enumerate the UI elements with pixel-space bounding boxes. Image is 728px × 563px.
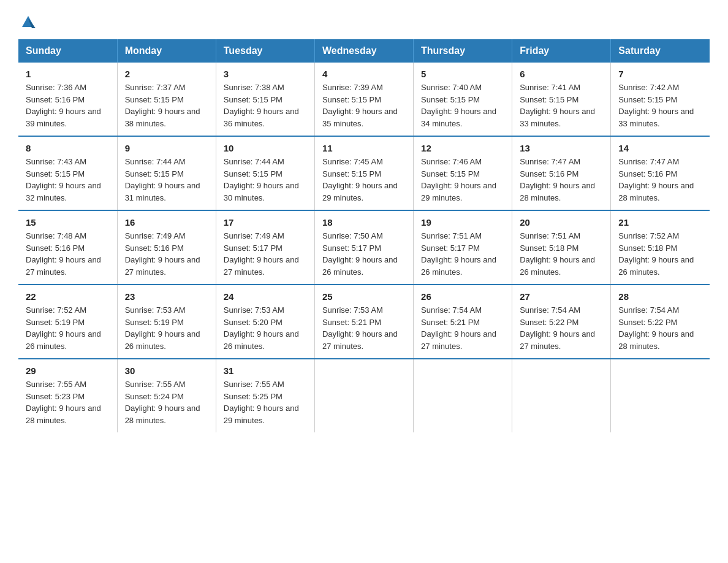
day-number: 13: [520, 143, 603, 153]
calendar-day-header: Friday: [512, 39, 611, 63]
day-number: 2: [125, 69, 208, 79]
day-info: Sunrise: 7:53 AM Sunset: 5:19 PM Dayligh…: [125, 304, 208, 352]
calendar-cell: 9 Sunrise: 7:44 AM Sunset: 5:15 PM Dayli…: [117, 136, 216, 210]
calendar-cell: [314, 359, 413, 432]
day-info: Sunrise: 7:50 AM Sunset: 5:17 PM Dayligh…: [322, 230, 406, 278]
calendar-cell: 16 Sunrise: 7:49 AM Sunset: 5:16 PM Dayl…: [117, 210, 216, 285]
day-info: Sunrise: 7:54 AM Sunset: 5:21 PM Dayligh…: [421, 304, 504, 352]
calendar-cell: 13 Sunrise: 7:47 AM Sunset: 5:16 PM Dayl…: [512, 136, 611, 210]
day-number: 7: [618, 69, 702, 79]
day-info: Sunrise: 7:42 AM Sunset: 5:15 PM Dayligh…: [618, 82, 702, 129]
day-info: Sunrise: 7:49 AM Sunset: 5:16 PM Dayligh…: [125, 230, 208, 278]
calendar-cell: [611, 359, 710, 432]
day-number: 15: [26, 217, 110, 228]
calendar-cell: 22 Sunrise: 7:52 AM Sunset: 5:19 PM Dayl…: [18, 285, 117, 359]
calendar-cell: 19 Sunrise: 7:51 AM Sunset: 5:17 PM Dayl…: [414, 210, 512, 285]
calendar-cell: 6 Sunrise: 7:41 AM Sunset: 5:15 PM Dayli…: [512, 63, 611, 136]
calendar-cell: 10 Sunrise: 7:44 AM Sunset: 5:15 PM Dayl…: [216, 136, 314, 210]
calendar-cell: 26 Sunrise: 7:54 AM Sunset: 5:21 PM Dayl…: [414, 285, 512, 359]
day-info: Sunrise: 7:43 AM Sunset: 5:15 PM Dayligh…: [26, 156, 110, 204]
day-info: Sunrise: 7:55 AM Sunset: 5:24 PM Dayligh…: [125, 378, 208, 426]
day-number: 5: [421, 69, 504, 79]
calendar-cell: 15 Sunrise: 7:48 AM Sunset: 5:16 PM Dayl…: [18, 210, 117, 285]
calendar-day-header: Saturday: [611, 39, 710, 63]
calendar-cell: 1 Sunrise: 7:36 AM Sunset: 5:16 PM Dayli…: [18, 63, 117, 136]
day-info: Sunrise: 7:55 AM Sunset: 5:25 PM Dayligh…: [224, 378, 307, 426]
calendar-cell: 5 Sunrise: 7:40 AM Sunset: 5:15 PM Dayli…: [414, 63, 512, 136]
day-number: 29: [26, 366, 110, 376]
day-info: Sunrise: 7:45 AM Sunset: 5:15 PM Dayligh…: [322, 156, 406, 204]
calendar-cell: 20 Sunrise: 7:51 AM Sunset: 5:18 PM Dayl…: [512, 210, 611, 285]
calendar-day-header: Monday: [117, 39, 216, 63]
calendar-cell: [414, 359, 512, 432]
day-info: Sunrise: 7:36 AM Sunset: 5:16 PM Dayligh…: [26, 82, 110, 129]
day-number: 8: [26, 143, 110, 153]
day-number: 22: [26, 291, 110, 302]
calendar-day-header: Sunday: [18, 39, 117, 63]
day-number: 9: [125, 143, 208, 153]
logo: [18, 12, 37, 27]
calendar-cell: 4 Sunrise: 7:39 AM Sunset: 5:15 PM Dayli…: [314, 63, 413, 136]
day-info: Sunrise: 7:49 AM Sunset: 5:17 PM Dayligh…: [224, 230, 307, 278]
calendar-cell: 30 Sunrise: 7:55 AM Sunset: 5:24 PM Dayl…: [117, 359, 216, 432]
calendar-cell: 2 Sunrise: 7:37 AM Sunset: 5:15 PM Dayli…: [117, 63, 216, 136]
day-number: 27: [520, 291, 603, 302]
calendar-cell: 8 Sunrise: 7:43 AM Sunset: 5:15 PM Dayli…: [18, 136, 117, 210]
calendar-day-header: Wednesday: [314, 39, 413, 63]
day-info: Sunrise: 7:51 AM Sunset: 5:17 PM Dayligh…: [421, 230, 504, 278]
day-info: Sunrise: 7:53 AM Sunset: 5:21 PM Dayligh…: [322, 304, 406, 352]
day-info: Sunrise: 7:37 AM Sunset: 5:15 PM Dayligh…: [125, 82, 208, 129]
day-info: Sunrise: 7:52 AM Sunset: 5:18 PM Dayligh…: [618, 230, 702, 278]
day-number: 11: [322, 143, 406, 153]
day-number: 19: [421, 217, 504, 228]
calendar-cell: 12 Sunrise: 7:46 AM Sunset: 5:15 PM Dayl…: [414, 136, 512, 210]
day-info: Sunrise: 7:44 AM Sunset: 5:15 PM Dayligh…: [224, 156, 307, 204]
day-info: Sunrise: 7:38 AM Sunset: 5:15 PM Dayligh…: [224, 82, 307, 129]
day-info: Sunrise: 7:51 AM Sunset: 5:18 PM Dayligh…: [520, 230, 603, 278]
calendar-cell: 28 Sunrise: 7:54 AM Sunset: 5:22 PM Dayl…: [611, 285, 710, 359]
day-number: 17: [224, 217, 307, 228]
calendar-cell: 23 Sunrise: 7:53 AM Sunset: 5:19 PM Dayl…: [117, 285, 216, 359]
calendar-cell: 29 Sunrise: 7:55 AM Sunset: 5:23 PM Dayl…: [18, 359, 117, 432]
day-number: 6: [520, 69, 603, 79]
day-info: Sunrise: 7:46 AM Sunset: 5:15 PM Dayligh…: [421, 156, 504, 204]
calendar-week-row: 8 Sunrise: 7:43 AM Sunset: 5:15 PM Dayli…: [18, 136, 710, 210]
calendar-cell: 25 Sunrise: 7:53 AM Sunset: 5:21 PM Dayl…: [314, 285, 413, 359]
calendar-cell: 7 Sunrise: 7:42 AM Sunset: 5:15 PM Dayli…: [611, 63, 710, 136]
day-info: Sunrise: 7:52 AM Sunset: 5:19 PM Dayligh…: [26, 304, 110, 352]
day-number: 30: [125, 366, 208, 376]
day-number: 21: [618, 217, 702, 228]
calendar-week-row: 22 Sunrise: 7:52 AM Sunset: 5:19 PM Dayl…: [18, 285, 710, 359]
calendar-cell: 14 Sunrise: 7:47 AM Sunset: 5:16 PM Dayl…: [611, 136, 710, 210]
day-info: Sunrise: 7:47 AM Sunset: 5:16 PM Dayligh…: [618, 156, 702, 204]
calendar-cell: [512, 359, 611, 432]
calendar-cell: 18 Sunrise: 7:50 AM Sunset: 5:17 PM Dayl…: [314, 210, 413, 285]
day-info: Sunrise: 7:55 AM Sunset: 5:23 PM Dayligh…: [26, 378, 110, 426]
calendar-week-row: 29 Sunrise: 7:55 AM Sunset: 5:23 PM Dayl…: [18, 359, 710, 432]
day-number: 25: [322, 291, 406, 302]
day-info: Sunrise: 7:54 AM Sunset: 5:22 PM Dayligh…: [520, 304, 603, 352]
day-info: Sunrise: 7:48 AM Sunset: 5:16 PM Dayligh…: [26, 230, 110, 278]
calendar-week-row: 15 Sunrise: 7:48 AM Sunset: 5:16 PM Dayl…: [18, 210, 710, 285]
calendar-cell: 21 Sunrise: 7:52 AM Sunset: 5:18 PM Dayl…: [611, 210, 710, 285]
day-info: Sunrise: 7:40 AM Sunset: 5:15 PM Dayligh…: [421, 82, 504, 129]
day-number: 16: [125, 217, 208, 228]
page-header: [18, 12, 710, 27]
calendar-cell: 24 Sunrise: 7:53 AM Sunset: 5:20 PM Dayl…: [216, 285, 314, 359]
day-number: 1: [26, 69, 110, 79]
day-info: Sunrise: 7:47 AM Sunset: 5:16 PM Dayligh…: [520, 156, 603, 204]
calendar-table: SundayMondayTuesdayWednesdayThursdayFrid…: [18, 39, 710, 432]
day-number: 4: [322, 69, 406, 79]
day-number: 12: [421, 143, 504, 153]
logo-triangle-icon: [20, 12, 37, 29]
calendar-cell: 3 Sunrise: 7:38 AM Sunset: 5:15 PM Dayli…: [216, 63, 314, 136]
day-number: 10: [224, 143, 307, 153]
calendar-cell: 11 Sunrise: 7:45 AM Sunset: 5:15 PM Dayl…: [314, 136, 413, 210]
calendar-week-row: 1 Sunrise: 7:36 AM Sunset: 5:16 PM Dayli…: [18, 63, 710, 136]
calendar-day-header: Thursday: [414, 39, 512, 63]
day-number: 28: [618, 291, 702, 302]
day-info: Sunrise: 7:39 AM Sunset: 5:15 PM Dayligh…: [322, 82, 406, 129]
day-number: 3: [224, 69, 307, 79]
day-info: Sunrise: 7:41 AM Sunset: 5:15 PM Dayligh…: [520, 82, 603, 129]
calendar-day-header: Tuesday: [216, 39, 314, 63]
